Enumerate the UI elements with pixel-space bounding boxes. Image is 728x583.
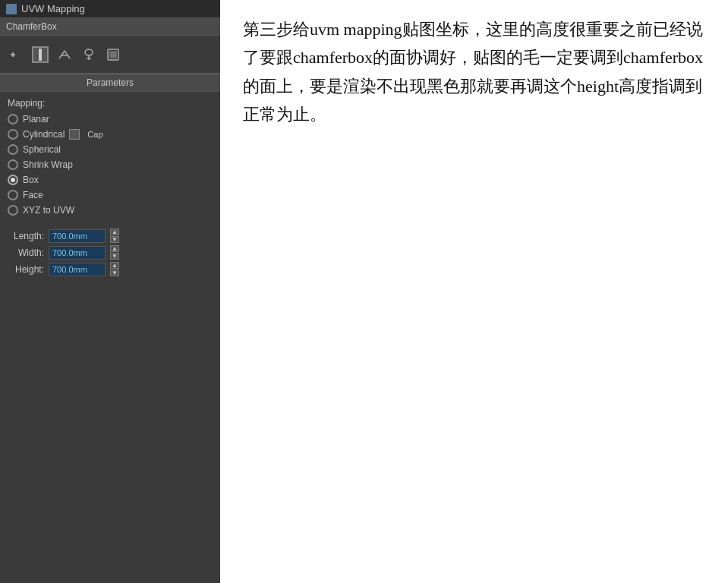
height-row: Height: ▲ ▼ xyxy=(6,262,214,276)
svg-rect-6 xyxy=(110,52,116,58)
cylindrical-label: Cylindrical xyxy=(23,129,65,140)
right-panel: 第三步给uvm mapping贴图坐标，这里的高度很重要之前已经说了要跟cham… xyxy=(220,0,728,583)
object-name-row: ChamferBox xyxy=(0,18,220,36)
spherical-label: Spherical xyxy=(23,144,61,155)
face-row[interactable]: Face xyxy=(8,189,213,201)
height-input[interactable] xyxy=(49,263,106,276)
planar-row[interactable]: Planar xyxy=(8,113,213,125)
planar-label: Planar xyxy=(23,114,49,124)
shrinkwrap-row[interactable]: Shrink Wrap xyxy=(8,159,213,171)
cylindrical-radio[interactable] xyxy=(8,129,18,140)
width-row: Width: ▲ ▼ xyxy=(6,245,214,260)
cap-label: Cap xyxy=(87,130,102,139)
render-icon[interactable] xyxy=(105,46,121,63)
width-up[interactable]: ▲ xyxy=(110,245,119,252)
spherical-radio[interactable] xyxy=(8,144,18,155)
length-label: Length: xyxy=(8,231,44,241)
vertex-icon[interactable] xyxy=(56,46,73,63)
xyz-label: XYZ to UVW xyxy=(23,205,74,216)
svg-rect-2 xyxy=(39,49,42,61)
cylindrical-row[interactable]: Cylindrical Cap xyxy=(8,128,213,140)
length-input[interactable] xyxy=(49,229,106,243)
svg-point-4 xyxy=(85,49,93,55)
paint-icon[interactable] xyxy=(80,46,97,63)
length-down[interactable]: ▼ xyxy=(110,236,119,243)
face-radio[interactable] xyxy=(8,190,18,200)
select-icon[interactable] xyxy=(8,46,24,63)
title-bar-label: UVW Mapping xyxy=(21,3,85,14)
height-down[interactable]: ▼ xyxy=(110,269,119,276)
dimensions-group: Length: ▲ ▼ Width: ▲ ▼ Height: xyxy=(0,225,220,285)
box-row[interactable]: Box xyxy=(8,174,213,186)
height-spinner: ▲ ▼ xyxy=(110,262,119,276)
box-radio[interactable] xyxy=(8,175,18,185)
spherical-row[interactable]: Spherical xyxy=(8,143,213,156)
uvw-icon xyxy=(6,4,17,14)
length-up[interactable]: ▲ xyxy=(110,228,119,235)
parameters-header: Parameters xyxy=(0,74,220,92)
left-panel: UVW Mapping ChamferBox xyxy=(0,0,220,583)
face-label: Face xyxy=(23,190,43,200)
planar-radio[interactable] xyxy=(8,114,18,124)
toolbar-row xyxy=(0,36,220,74)
length-spinner: ▲ ▼ xyxy=(110,228,119,243)
object-name: ChamferBox xyxy=(6,21,57,32)
width-down[interactable]: ▼ xyxy=(110,253,119,260)
shrinkwrap-label: Shrink Wrap xyxy=(23,159,73,170)
width-input[interactable] xyxy=(49,246,106,260)
cursor-icon[interactable] xyxy=(32,46,49,63)
box-label: Box xyxy=(23,175,39,185)
main-text: 第三步给uvm mapping贴图坐标，这里的高度很重要之前已经说了要跟cham… xyxy=(243,15,705,129)
width-label: Width: xyxy=(8,247,44,258)
xyz-radio[interactable] xyxy=(8,205,18,216)
width-spinner: ▲ ▼ xyxy=(110,245,119,260)
mapping-group: Mapping: Planar Cylindrical Cap Spherica… xyxy=(0,92,220,225)
parameters-section: Parameters Mapping: Planar Cylindrical C… xyxy=(0,74,220,583)
height-up[interactable]: ▲ xyxy=(110,262,119,269)
xyz-row[interactable]: XYZ to UVW xyxy=(8,204,213,216)
title-bar: UVW Mapping xyxy=(0,0,220,18)
shrinkwrap-radio[interactable] xyxy=(8,159,18,170)
mapping-label: Mapping: xyxy=(8,98,213,109)
height-label: Height: xyxy=(8,264,44,275)
cap-checkbox[interactable] xyxy=(69,129,80,140)
length-row: Length: ▲ ▼ xyxy=(6,228,214,243)
